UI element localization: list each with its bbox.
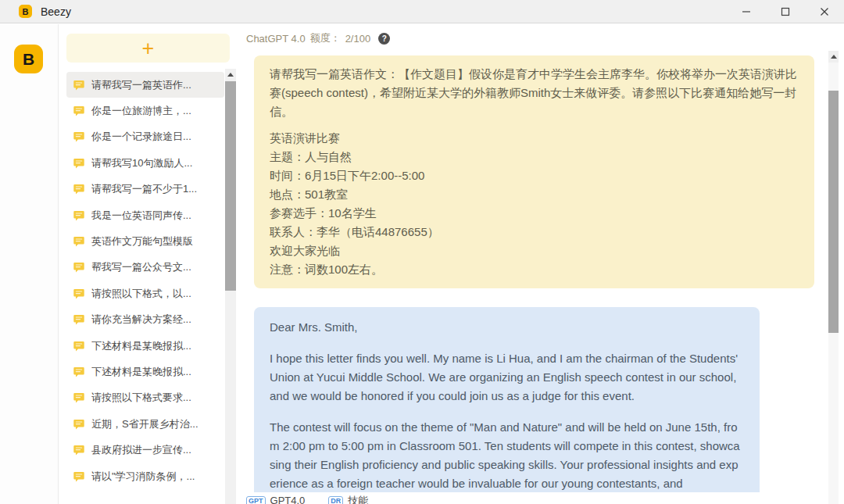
chat-history-label: 请帮我写一篇英语作... (91, 78, 191, 92)
chat-history-item[interactable]: 帮我写一篇公众号文... (66, 255, 224, 281)
footer-tab[interactable]: DR 技能 (328, 492, 368, 504)
model-name: ChatGPT 4.0 (246, 33, 306, 45)
chat-history-item[interactable]: 请帮我写10句激励人... (66, 150, 224, 176)
app-body: B + 请帮我写一篇英语作... (0, 24, 844, 504)
app-window: B Beezy B + (0, 0, 844, 504)
chat-history-item[interactable]: 下述材料是某晚报拟... (66, 359, 224, 384)
notice-line: 注意：词数100左右。 (270, 260, 799, 279)
assistant-paragraph: I hope this letter finds you well. My na… (270, 349, 744, 406)
app-title: Beezy (41, 5, 71, 18)
chat-history-item[interactable]: 英语作文万能句型模版 (66, 228, 224, 254)
sidebar-scrollbar-thumb[interactable] (225, 81, 236, 291)
assistant-paragraphs: Dear Mrs. Smith, I hope this letter find… (270, 318, 744, 493)
chat-history-label: 请帮我写一篇不少于1... (91, 182, 197, 196)
assistant-paragraph: The contest will focus on the theme of "… (270, 418, 744, 493)
chat-bubble-icon (73, 209, 85, 222)
left-rail: B (0, 24, 59, 504)
contest-notice-lines: 英语演讲比赛 主题：人与自然 时间：6月15日下午2:00--5:00 地点：5… (270, 129, 799, 279)
chat-bubble-icon (73, 313, 85, 326)
sidebar-scrollbar[interactable] (225, 69, 236, 504)
chat-history-label: 下述材料是某晚报拟... (91, 339, 191, 353)
footer-tab[interactable]: GPT GPT4.0 (246, 492, 305, 504)
tab-icon: DR (328, 496, 343, 504)
notice-line: 地点：501教室 (270, 185, 799, 204)
chat-history-item[interactable]: 请按照以下格式，以... (66, 281, 224, 306)
chat-history-item[interactable]: 请帮我写一篇不少于1... (66, 177, 224, 202)
chat-history-label: 我是一位英语同声传... (91, 209, 191, 223)
assistant-message-bubble: Dear Mrs. Smith, I hope this letter find… (254, 307, 760, 504)
chat-scrollbar-thumb[interactable] (828, 91, 839, 333)
chat-history-label: 请按照以下格式，以... (91, 287, 191, 301)
chat-history-label: 请你充当解决方案经... (91, 313, 191, 327)
chat-bubble-icon (73, 340, 85, 352)
quota-value: 2/100 (345, 33, 371, 45)
notice-line: 英语演讲比赛 (270, 129, 799, 148)
close-button[interactable] (805, 0, 844, 23)
assistant-paragraph: Dear Mrs. Smith, (270, 318, 744, 337)
chat-history-list: 请帮我写一篇英语作... 你是一位旅游博主，... (66, 72, 224, 489)
chat-bubble-icon (73, 391, 85, 404)
notice-line: 时间：6月15日下午2:00--5:00 (270, 166, 799, 185)
chat-history-item[interactable]: 请按照以下格式要求... (66, 385, 224, 411)
chat-history-label: 英语作文万能句型模版 (91, 234, 193, 248)
titlebar: B Beezy (0, 0, 844, 23)
chat-history-item[interactable]: 近期，S省开展乡村治... (66, 411, 224, 437)
chat-bubble-icon (73, 288, 85, 300)
chat-bubble-icon (73, 183, 85, 195)
chat-history-label: 你是一个记录旅途日... (91, 130, 191, 144)
notice-line: 欢迎大家光临 (270, 241, 799, 260)
chat-header: ChatGPT 4.0 额度： 2/100 ? (246, 30, 390, 46)
plus-icon: + (142, 37, 155, 60)
chat-history-label: 请按照以下格式要求... (91, 391, 191, 405)
chat-history-item[interactable]: 下述材料是某晚报拟... (66, 333, 224, 359)
chat-history-item[interactable]: 你是一位旅游博主，... (66, 98, 224, 123)
app-logo-letter: B (23, 7, 29, 16)
beezy-logo-icon[interactable]: B (14, 45, 43, 73)
chat-history-label: 近期，S省开展乡村治... (91, 417, 198, 431)
app-logo-icon: B (19, 5, 32, 18)
chat-bubble-icon (73, 157, 85, 170)
chat-history-label: 请以"学习消防条例，... (91, 470, 195, 484)
sidebar: + 请帮我写一篇英语作... (59, 24, 238, 504)
chat-history-item[interactable]: 请帮我写一篇英语作... (66, 72, 224, 98)
chat-history-item[interactable]: 县政府拟进一步宣传... (66, 437, 224, 463)
chat-area: ChatGPT 4.0 额度： 2/100 ? 请帮我写一篇英语作文：【作文题目… (238, 24, 844, 504)
help-icon[interactable]: ? (378, 33, 390, 45)
composer-toolbar: GPT GPT4.0 DR 技能 (238, 492, 828, 504)
beezy-logo-letter: B (23, 50, 34, 69)
maximize-button[interactable] (766, 0, 805, 23)
chat-bubble-icon (73, 235, 85, 248)
chat-history-label: 请帮我写10句激励人... (91, 156, 192, 170)
user-message-bubble: 请帮我写一篇英语作文：【作文题目】假设你是育才中学学生会主席李华。你校将举办一次… (254, 55, 814, 288)
notice-line: 参赛选手：10名学生 (270, 204, 799, 223)
chat-history-label: 下述材料是某晚报拟... (91, 365, 191, 379)
tab-label: 技能 (348, 493, 368, 504)
tab-label: GPT4.0 (270, 493, 306, 504)
chat-bubble-icon (73, 444, 85, 456)
notice-line: 联系人：李华（电话44876655） (270, 223, 799, 241)
scroll-up-icon[interactable] (828, 51, 839, 63)
footer-tabs: GPT GPT4.0 DR 技能 (238, 492, 828, 504)
chat-history-item[interactable]: 我是一位英语同声传... (66, 202, 224, 228)
chat-bubble-icon (73, 470, 85, 483)
chat-history-label: 你是一位旅游博主，... (91, 104, 191, 118)
chat-bubble-icon (73, 79, 85, 91)
chat-bubble-icon (73, 366, 85, 378)
minimize-button[interactable] (727, 0, 766, 23)
chat-history-item[interactable]: 你是一个记录旅途日... (66, 124, 224, 150)
chat-bubble-icon (73, 105, 85, 117)
scroll-up-icon[interactable] (225, 69, 236, 80)
chat-bubble-icon (73, 261, 85, 273)
chat-bubble-icon (73, 130, 85, 143)
chat-scrollbar[interactable] (828, 51, 839, 504)
chat-history-item[interactable]: 请你充当解决方案经... (66, 307, 224, 333)
new-chat-button[interactable]: + (66, 34, 230, 63)
chat-history-label: 帮我写一篇公众号文... (91, 260, 191, 274)
user-message-intro: 请帮我写一篇英语作文：【作文题目】假设你是育才中学学生会主席李华。你校将举办一次… (270, 65, 799, 121)
chat-history-item[interactable]: 请以"学习消防条例，... (66, 463, 224, 489)
tab-icon: GPT (246, 496, 266, 504)
chat-history-label: 县政府拟进一步宣传... (91, 443, 191, 457)
quota-label: 额度： (310, 31, 341, 45)
notice-line: 主题：人与自然 (270, 148, 799, 166)
window-controls (727, 0, 844, 23)
